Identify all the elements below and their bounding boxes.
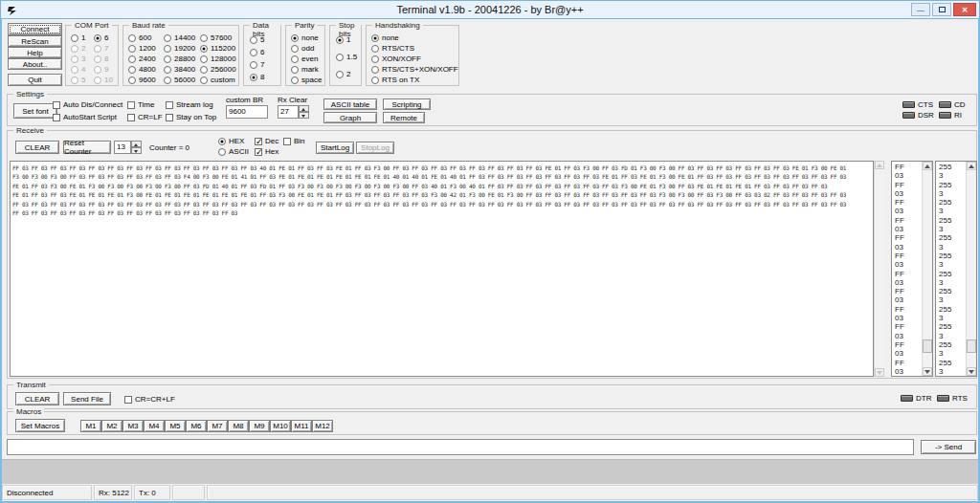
- baud-1200-radio[interactable]: 1200: [128, 44, 156, 53]
- hex-byte-row[interactable]: FF: [895, 216, 904, 225]
- baud-19200-radio[interactable]: 19200: [164, 44, 195, 53]
- dec-byte-row[interactable]: 3: [939, 243, 951, 252]
- scroll-down-icon[interactable]: [875, 368, 884, 377]
- databits-7-radio[interactable]: 7: [250, 60, 264, 69]
- dec-byte-row[interactable]: 255: [939, 252, 951, 260]
- hex-byte-row[interactable]: 03: [895, 278, 904, 287]
- hex-byte-row[interactable]: FF: [895, 359, 904, 367]
- macro-button[interactable]: M4: [144, 420, 165, 432]
- baud-14400-radio[interactable]: 14400: [164, 33, 195, 42]
- dec-byte-row[interactable]: 3: [939, 225, 951, 233]
- send-file-button[interactable]: Send File: [63, 392, 111, 405]
- scroll-down-icon[interactable]: [967, 367, 976, 376]
- dec-byte-list[interactable]: 2553255325532553255325532553255325532553…: [935, 161, 977, 377]
- hs-rts-on-tx-radio[interactable]: RTS on TX: [371, 76, 419, 84]
- hex-byte-row[interactable]: 03: [895, 189, 904, 198]
- hex-list-scrollbar[interactable]: [922, 162, 932, 376]
- tx-clear-button[interactable]: CLEAR: [15, 392, 59, 405]
- about-button[interactable]: About..: [8, 58, 62, 70]
- hex-byte-row[interactable]: 03: [895, 171, 904, 180]
- baud-115200-radio[interactable]: 115200: [200, 44, 235, 53]
- spin-up-icon[interactable]: [131, 141, 142, 147]
- ascii-radio[interactable]: ASCII: [218, 147, 249, 156]
- hs-xonxoff-radio[interactable]: XON/XOFF: [371, 55, 421, 63]
- macro-button[interactable]: M5: [165, 420, 186, 432]
- macro-button[interactable]: M1: [80, 420, 101, 432]
- auto-disconnect-checkbox[interactable]: Auto Dis/Connect: [53, 100, 122, 109]
- minimize-button[interactable]: —: [911, 3, 930, 16]
- hex-byte-row[interactable]: FF: [895, 163, 904, 171]
- dec-byte-row[interactable]: 255: [939, 216, 951, 225]
- scroll-up-icon[interactable]: [967, 162, 976, 170]
- baud-2400-radio[interactable]: 2400: [128, 55, 156, 63]
- hs-rtscts-xonxoff-radio[interactable]: RTS/CTS+XON/XOFF: [371, 65, 458, 74]
- hex-byte-row[interactable]: 03: [895, 314, 904, 322]
- hex-checkbox[interactable]: Hex: [255, 147, 278, 156]
- send-input[interactable]: [7, 439, 914, 455]
- scroll-up-icon[interactable]: [875, 161, 884, 169]
- dec-byte-row[interactable]: 255: [939, 340, 951, 349]
- custom-br-input[interactable]: 9600: [226, 105, 268, 119]
- hex-byte-row[interactable]: FF: [895, 198, 904, 207]
- baud-38400-radio[interactable]: 38400: [164, 65, 195, 74]
- autostart-script-checkbox[interactable]: AutoStart Script: [53, 113, 117, 121]
- com6-radio[interactable]: 6: [94, 33, 108, 42]
- databits-8-radio[interactable]: 8: [250, 73, 264, 81]
- databits-6-radio[interactable]: 6: [250, 48, 264, 56]
- macro-button[interactable]: M12: [312, 420, 333, 432]
- dec-byte-row[interactable]: 255: [939, 359, 951, 367]
- scrollbar-thumb[interactable]: [967, 339, 976, 353]
- com1-radio[interactable]: 1: [71, 33, 85, 42]
- cr-crlf-checkbox[interactable]: CR=CR+LF: [124, 395, 175, 404]
- dtr-indicator[interactable]: DTR: [901, 394, 931, 403]
- receive-hex-view[interactable]: FF 03 FF 03 FF 03 FF 03 FF 03 FF 03 FF 0…: [10, 161, 874, 377]
- baud-9600-radio[interactable]: 9600: [128, 76, 156, 84]
- dec-byte-row[interactable]: 255: [939, 233, 951, 242]
- baud-256000-radio[interactable]: 256000: [200, 65, 236, 74]
- hex-byte-row[interactable]: 03: [895, 332, 904, 340]
- dec-byte-row[interactable]: 255: [939, 305, 951, 314]
- scroll-down-icon[interactable]: [923, 367, 932, 376]
- graph-button[interactable]: Graph: [323, 112, 377, 123]
- rx-clear-input[interactable]: 27: [278, 105, 299, 119]
- hex-byte-row[interactable]: FF: [895, 181, 904, 189]
- macro-button[interactable]: M11: [291, 420, 312, 432]
- parity-none-radio[interactable]: none: [291, 33, 319, 42]
- hex-byte-row[interactable]: 03: [895, 207, 904, 215]
- stopbits-15-radio[interactable]: 1.5: [336, 53, 357, 61]
- dec-byte-row[interactable]: 3: [939, 332, 951, 340]
- dec-byte-row[interactable]: 3: [939, 295, 951, 304]
- baud-57600-radio[interactable]: 57600: [200, 33, 232, 42]
- rx-clear-spinner[interactable]: [299, 105, 309, 119]
- dec-list-scrollbar[interactable]: [966, 162, 976, 376]
- macro-button[interactable]: M7: [207, 420, 228, 432]
- hex-byte-row[interactable]: FF: [895, 252, 904, 260]
- macro-button[interactable]: M3: [122, 420, 144, 432]
- dec-byte-row[interactable]: 255: [939, 270, 951, 278]
- macro-button[interactable]: M9: [249, 420, 270, 432]
- baud-4800-radio[interactable]: 4800: [128, 65, 156, 74]
- send-button[interactable]: -> Send: [921, 440, 976, 454]
- maximize-button[interactable]: [932, 3, 951, 16]
- parity-odd-radio[interactable]: odd: [291, 44, 314, 53]
- dec-byte-row[interactable]: 3: [939, 171, 951, 180]
- macro-button[interactable]: M8: [228, 420, 249, 432]
- databits-5-radio[interactable]: 5: [250, 35, 264, 44]
- hex-byte-row[interactable]: 03: [895, 225, 904, 233]
- rx-clear-button[interactable]: CLEAR: [15, 141, 59, 154]
- rescan-button[interactable]: ReScan: [8, 35, 62, 47]
- hex-byte-row[interactable]: FF: [895, 340, 904, 349]
- counter-spinner[interactable]: [131, 141, 142, 154]
- receive-scrollbar[interactable]: [874, 161, 884, 377]
- hs-rtscts-radio[interactable]: RTS/CTS: [371, 44, 414, 53]
- spin-up-icon[interactable]: [299, 105, 309, 112]
- baud-56000-radio[interactable]: 56000: [164, 76, 195, 84]
- scripting-button[interactable]: Scripting: [383, 98, 431, 110]
- baud-128000-radio[interactable]: 128000: [200, 55, 236, 63]
- dec-byte-row[interactable]: 255: [939, 322, 951, 331]
- dec-byte-row[interactable]: 3: [939, 367, 951, 376]
- baud-28800-radio[interactable]: 28800: [164, 55, 195, 63]
- scrollbar-thumb[interactable]: [923, 339, 932, 353]
- hex-byte-row[interactable]: 03: [895, 349, 904, 358]
- stopbits-1-radio[interactable]: 1: [336, 35, 350, 44]
